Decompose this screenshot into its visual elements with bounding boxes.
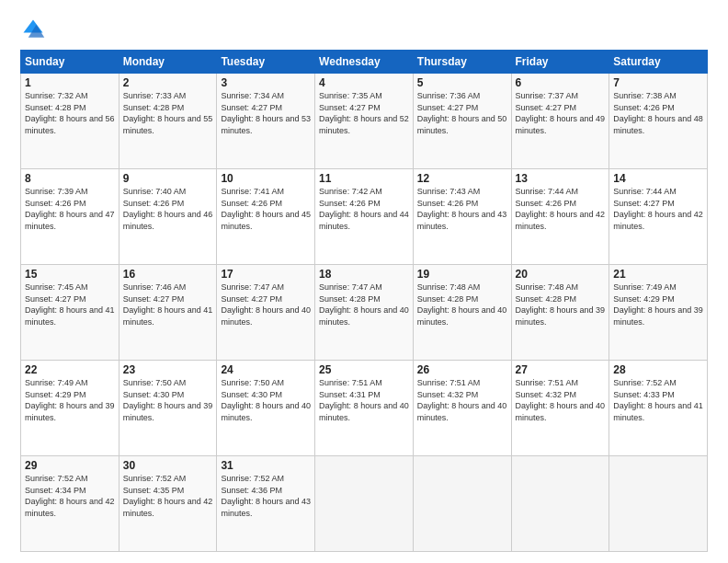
day-number: 13	[516, 172, 606, 185]
day-number: 27	[516, 363, 606, 376]
sunrise-label: Sunrise: 7:39 AM	[25, 187, 88, 196]
daylight-label: Daylight: 8 hours and 42 minutes.	[613, 210, 703, 231]
sunset-label: Sunset: 4:28 PM	[417, 294, 479, 304]
sunrise-label: Sunrise: 7:51 AM	[516, 378, 579, 387]
day-number: 12	[417, 172, 507, 185]
sunrise-label: Sunrise: 7:33 AM	[123, 91, 187, 100]
sunrise-label: Sunrise: 7:51 AM	[417, 378, 481, 387]
sunrise-label: Sunrise: 7:52 AM	[25, 474, 88, 483]
day-info: Sunrise: 7:51 AM Sunset: 4:32 PM Dayligh…	[516, 377, 606, 423]
day-info: Sunrise: 7:52 AM Sunset: 4:33 PM Dayligh…	[613, 377, 703, 423]
calendar-cell: 5 Sunrise: 7:36 AM Sunset: 4:27 PM Dayli…	[413, 74, 511, 169]
day-info: Sunrise: 7:52 AM Sunset: 4:35 PM Dayligh…	[123, 473, 213, 519]
daylight-label: Daylight: 8 hours and 40 minutes.	[221, 305, 311, 327]
day-number: 30	[123, 459, 213, 472]
sunset-label: Sunset: 4:28 PM	[25, 103, 86, 112]
calendar-cell: 27 Sunrise: 7:51 AM Sunset: 4:32 PM Dayl…	[511, 361, 609, 456]
daylight-label: Daylight: 8 hours and 39 minutes.	[25, 401, 115, 422]
calendar-cell: 8 Sunrise: 7:39 AM Sunset: 4:26 PM Dayli…	[21, 169, 119, 265]
daylight-label: Daylight: 8 hours and 53 minutes.	[221, 114, 311, 135]
day-info: Sunrise: 7:49 AM Sunset: 4:29 PM Dayligh…	[613, 282, 703, 327]
sunset-label: Sunset: 4:29 PM	[613, 294, 675, 304]
day-number: 31	[221, 459, 311, 472]
sunrise-label: Sunrise: 7:52 AM	[221, 474, 284, 483]
daylight-label: Daylight: 8 hours and 39 minutes.	[516, 305, 606, 327]
sunrise-label: Sunrise: 7:40 AM	[123, 187, 187, 196]
sunrise-label: Sunrise: 7:52 AM	[613, 378, 677, 387]
daylight-label: Daylight: 8 hours and 44 minutes.	[319, 210, 409, 231]
day-info: Sunrise: 7:40 AM Sunset: 4:26 PM Dayligh…	[123, 186, 213, 232]
sunset-label: Sunset: 4:26 PM	[221, 199, 282, 208]
sunset-label: Sunset: 4:26 PM	[417, 199, 479, 208]
day-info: Sunrise: 7:47 AM Sunset: 4:27 PM Dayligh…	[221, 282, 311, 327]
day-info: Sunrise: 7:51 AM Sunset: 4:32 PM Dayligh…	[417, 377, 507, 423]
day-header-sunday: Sunday	[21, 51, 119, 74]
page: SundayMondayTuesdayWednesdayThursdayFrid…	[0, 0, 728, 563]
sunrise-label: Sunrise: 7:32 AM	[25, 91, 88, 100]
day-header-wednesday: Wednesday	[315, 51, 414, 74]
day-number: 24	[221, 363, 311, 376]
day-number: 1	[25, 76, 115, 89]
sunrise-label: Sunrise: 7:49 AM	[25, 378, 88, 387]
daylight-label: Daylight: 8 hours and 41 minutes.	[613, 401, 703, 422]
daylight-label: Daylight: 8 hours and 47 minutes.	[25, 210, 115, 231]
day-info: Sunrise: 7:35 AM Sunset: 4:27 PM Dayligh…	[319, 90, 409, 136]
sunrise-label: Sunrise: 7:48 AM	[417, 282, 481, 292]
daylight-label: Daylight: 8 hours and 42 minutes.	[516, 210, 606, 231]
calendar-cell: 11 Sunrise: 7:42 AM Sunset: 4:26 PM Dayl…	[315, 169, 414, 265]
day-number: 29	[25, 459, 115, 472]
day-info: Sunrise: 7:36 AM Sunset: 4:27 PM Dayligh…	[417, 90, 507, 136]
calendar-cell: 1 Sunrise: 7:32 AM Sunset: 4:28 PM Dayli…	[21, 74, 119, 169]
daylight-label: Daylight: 8 hours and 42 minutes.	[123, 497, 213, 518]
calendar-week-row: 22 Sunrise: 7:49 AM Sunset: 4:29 PM Dayl…	[21, 361, 708, 456]
day-header-monday: Monday	[119, 51, 217, 74]
day-number: 4	[319, 76, 409, 89]
day-info: Sunrise: 7:51 AM Sunset: 4:31 PM Dayligh…	[319, 377, 409, 423]
calendar-cell: 15 Sunrise: 7:45 AM Sunset: 4:27 PM Dayl…	[21, 265, 119, 361]
calendar-cell	[511, 456, 609, 552]
sunset-label: Sunset: 4:27 PM	[221, 294, 282, 304]
sunrise-label: Sunrise: 7:50 AM	[221, 378, 284, 387]
daylight-label: Daylight: 8 hours and 43 minutes.	[417, 210, 507, 231]
sunrise-label: Sunrise: 7:50 AM	[123, 378, 187, 387]
daylight-label: Daylight: 8 hours and 56 minutes.	[25, 114, 115, 135]
sunrise-label: Sunrise: 7:51 AM	[319, 378, 382, 387]
sunrise-label: Sunrise: 7:52 AM	[123, 474, 187, 483]
daylight-label: Daylight: 8 hours and 48 minutes.	[613, 114, 703, 135]
sunset-label: Sunset: 4:27 PM	[123, 294, 185, 304]
day-number: 2	[123, 76, 213, 89]
sunset-label: Sunset: 4:27 PM	[319, 103, 381, 112]
daylight-label: Daylight: 8 hours and 41 minutes.	[25, 305, 115, 327]
day-number: 16	[123, 268, 213, 281]
day-number: 9	[123, 172, 213, 185]
logo	[20, 17, 50, 42]
calendar-cell: 26 Sunrise: 7:51 AM Sunset: 4:32 PM Dayl…	[413, 361, 511, 456]
sunset-label: Sunset: 4:26 PM	[123, 199, 185, 208]
daylight-label: Daylight: 8 hours and 40 minutes.	[516, 401, 606, 422]
sunset-label: Sunset: 4:28 PM	[516, 294, 577, 304]
daylight-label: Daylight: 8 hours and 40 minutes.	[319, 305, 409, 327]
day-number: 21	[613, 268, 703, 281]
sunrise-label: Sunrise: 7:34 AM	[221, 91, 284, 100]
sunrise-label: Sunrise: 7:47 AM	[221, 282, 284, 292]
calendar-cell: 10 Sunrise: 7:41 AM Sunset: 4:26 PM Dayl…	[217, 169, 315, 265]
day-info: Sunrise: 7:50 AM Sunset: 4:30 PM Dayligh…	[221, 377, 311, 423]
day-info: Sunrise: 7:41 AM Sunset: 4:26 PM Dayligh…	[221, 186, 311, 232]
calendar-cell: 16 Sunrise: 7:46 AM Sunset: 4:27 PM Dayl…	[119, 265, 217, 361]
sunset-label: Sunset: 4:26 PM	[25, 199, 86, 208]
sunrise-label: Sunrise: 7:38 AM	[613, 91, 677, 100]
day-info: Sunrise: 7:49 AM Sunset: 4:29 PM Dayligh…	[25, 377, 115, 423]
daylight-label: Daylight: 8 hours and 42 minutes.	[25, 497, 115, 518]
calendar-cell: 3 Sunrise: 7:34 AM Sunset: 4:27 PM Dayli…	[217, 74, 315, 169]
day-number: 14	[613, 172, 703, 185]
day-info: Sunrise: 7:43 AM Sunset: 4:26 PM Dayligh…	[417, 186, 507, 232]
calendar-cell	[413, 456, 511, 552]
day-info: Sunrise: 7:52 AM Sunset: 4:36 PM Dayligh…	[221, 473, 311, 519]
daylight-label: Daylight: 8 hours and 49 minutes.	[516, 114, 606, 135]
header	[20, 17, 708, 42]
sunset-label: Sunset: 4:33 PM	[613, 390, 675, 399]
daylight-label: Daylight: 8 hours and 40 minutes.	[417, 305, 507, 327]
day-info: Sunrise: 7:52 AM Sunset: 4:34 PM Dayligh…	[25, 473, 115, 519]
sunset-label: Sunset: 4:30 PM	[123, 390, 185, 399]
sunrise-label: Sunrise: 7:41 AM	[221, 187, 284, 196]
